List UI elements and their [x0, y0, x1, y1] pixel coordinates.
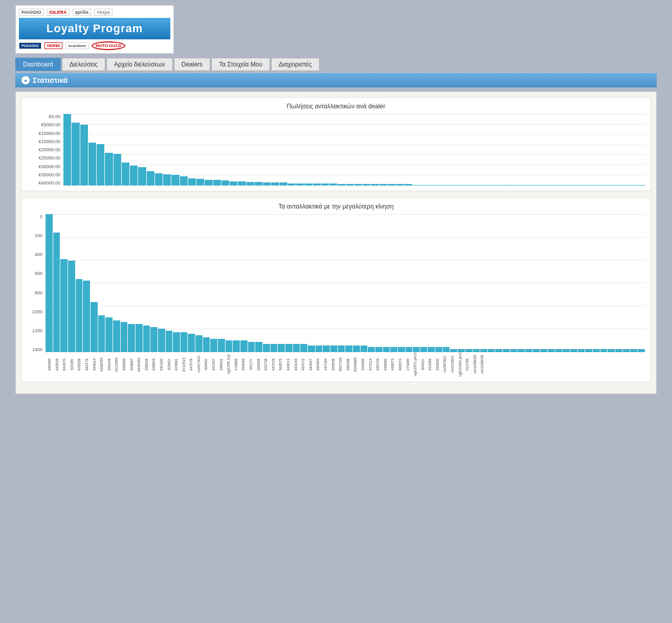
chart1-bar — [546, 185, 553, 186]
chart1-bar — [255, 182, 262, 186]
chart2-bar — [113, 320, 120, 352]
chart2-bar — [420, 347, 428, 352]
chart2-bar — [248, 342, 255, 352]
chart2-bar — [361, 345, 368, 352]
chart1-bar — [88, 143, 96, 186]
chart1-area: €40000.00 €35000.00 €30000.00 €25000.00 … — [27, 114, 645, 186]
chart1-bar — [313, 183, 321, 186]
chart1-bar — [446, 185, 454, 186]
chart2-x-label: 438073 — [391, 352, 398, 377]
chart2-bar — [188, 334, 195, 352]
chart2-x-label: 840504 — [316, 352, 323, 377]
chart2-x-label: 832738 — [264, 352, 271, 377]
chart2-x-label: 497072 — [301, 352, 308, 377]
chart2-x-label: 843213 — [286, 352, 294, 377]
chart2-x-label: 666574 — [398, 352, 406, 377]
chart1-bar — [354, 184, 362, 186]
chart2-bar — [150, 327, 158, 352]
chart1-bar — [562, 185, 570, 186]
chart1-bar — [479, 185, 487, 186]
chart2-bar — [278, 344, 285, 352]
chart1-bar — [587, 185, 595, 186]
chart2-x-label: 247184 — [324, 352, 331, 377]
chart2-bar — [240, 340, 248, 352]
chart2-x-label: 849914 — [93, 352, 100, 377]
chart2-x-label: cm067801 — [443, 352, 450, 377]
chart2-bar — [83, 281, 90, 352]
chart1-bar — [404, 184, 412, 186]
tab-dashboard[interactable]: Dashboard — [15, 58, 61, 71]
chart2-bars — [44, 214, 645, 352]
chart2-bar — [233, 340, 240, 352]
chart1-bar — [612, 185, 620, 186]
chart2-bar — [203, 337, 210, 352]
chart2-bar — [121, 322, 128, 352]
chart2-bar — [98, 315, 105, 352]
chart2-x-label — [630, 352, 637, 377]
chart2-x-label: 273460 — [406, 352, 413, 377]
section-title: Στατιστικά — [33, 76, 68, 84]
chart1-bar — [138, 167, 146, 186]
chart2-x-label: 289931 — [219, 352, 227, 377]
chart2-x-label: 286536 — [257, 352, 264, 377]
chart1-bar — [196, 179, 204, 186]
chart1-y-axis: €40000.00 €35000.00 €30000.00 €25000.00 … — [27, 114, 62, 186]
tab-arxeio[interactable]: Αρχείο διελεύσεων — [106, 58, 173, 71]
chart2-x-label — [622, 352, 630, 377]
chart2-x-label: 82035r — [70, 352, 77, 377]
chart2-x-label: 659687 — [130, 352, 137, 377]
chart2-bar — [413, 347, 420, 352]
chart2-x-label: 849480 — [48, 352, 55, 377]
tab-my-info[interactable]: Τα Στοιχεία Μου — [211, 58, 270, 71]
chart1-bar — [97, 144, 104, 186]
tab-dealers[interactable]: Dealers — [174, 58, 210, 71]
chart2-bar — [330, 345, 338, 352]
chart1-bar — [338, 184, 345, 186]
piaggio-logo: PIAGGIO — [19, 9, 44, 16]
chart2-x-label: 638853 — [152, 352, 159, 377]
chart1-bar — [388, 184, 395, 186]
chart2-x-label: 842175 — [85, 352, 92, 377]
chart2-area: 1400 1200 1000 800 600 400 200 0 — [27, 214, 645, 352]
chart2-bar — [308, 345, 315, 352]
chart2-x-label: 840027 — [309, 352, 316, 377]
chart2-x-label: b013360 — [115, 352, 122, 377]
chart2-bar — [271, 344, 278, 352]
chart2-x-label: 259830 — [436, 352, 443, 377]
chart2-x-label: 829536 — [331, 352, 339, 377]
chart2-bar — [105, 317, 113, 352]
chart1-bars — [62, 114, 645, 186]
chart1-bar — [371, 184, 378, 186]
chart1-bar — [171, 175, 179, 186]
chart2-x-label: 438080 — [384, 352, 391, 377]
chart2-x-label: 8722515 — [182, 352, 189, 377]
motoguzzi-logo: MOTO GUZZI — [92, 41, 125, 50]
chart1-bar — [454, 185, 462, 186]
chart2-x-label: 829258 — [77, 352, 84, 377]
chart2-x-label: 641320 — [160, 352, 167, 377]
chart2-x-label: 830249 — [107, 352, 115, 377]
chart1-bar — [620, 185, 628, 186]
chart2-bar — [218, 339, 225, 352]
chart1-title: Πωλήσεις ανταλλακτικών ανά dealer — [27, 103, 645, 110]
chart1-bar — [263, 182, 271, 186]
chart2-bar — [316, 345, 323, 352]
chart2-bar — [368, 347, 375, 352]
vespa-logo: Vespa — [94, 9, 113, 16]
chart2-bar — [76, 279, 83, 352]
tab-dielevsis[interactable]: Διελεύσεις — [62, 58, 105, 71]
chart2-x-label — [533, 352, 540, 377]
chart1-bar — [521, 185, 528, 186]
brands-top: PIAGGIO GILERA aprilia Vespa — [19, 9, 170, 16]
chart1-bar — [421, 185, 429, 186]
tab-admins[interactable]: Διαχειριστές — [271, 58, 320, 71]
chart1-bar — [537, 185, 545, 186]
chart-moving-parts: Τα ανταλλακτικά με την μεγαλύτερη κίνηση… — [21, 197, 651, 382]
chart1-bar — [304, 183, 312, 186]
chart2-x-label: ugl1296.1cp — [227, 352, 234, 377]
chart1-bar — [363, 184, 370, 186]
chart1-bar — [288, 183, 296, 186]
chart2-x-label: 647076 — [272, 352, 279, 377]
chart2-bar — [255, 342, 262, 352]
chart2-x-label: 831997 — [212, 352, 219, 377]
